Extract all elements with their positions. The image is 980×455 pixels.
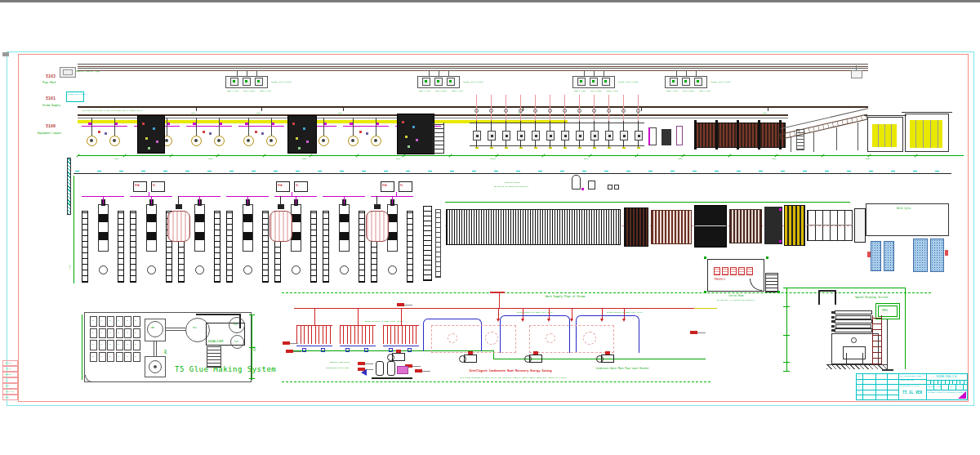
plan-column-block: [243, 232, 252, 240]
cluster-caption: Steam Valve Group: [271, 81, 292, 83]
plan-cyan-tick: [75, 171, 79, 172]
glue-kcn1-circle: [229, 317, 245, 333]
train-box-dot: [564, 135, 567, 137]
ghost-frame: [529, 325, 614, 353]
plan-cyan-tick: [274, 171, 278, 172]
comb-teeth: [296, 326, 332, 344]
glue-cell-glyph: 8: [118, 355, 118, 358]
tb-row-char: G: [950, 381, 951, 383]
cluster-sublabel: DN25 0.4MPa: [699, 90, 710, 91]
chip-leader: [412, 366, 421, 367]
speed-circle: [851, 337, 857, 343]
red-chip: [358, 362, 365, 365]
rack-end-fixture-inner: [63, 69, 73, 75]
cluster-sublabel: DN40 0.8MPa: [590, 90, 602, 91]
pump-circle: [459, 355, 466, 363]
comb-teeth: [340, 326, 376, 344]
plan-boundary: [74, 173, 951, 174]
plan-dim-left-bot: 5200: [69, 265, 71, 270]
plan-small-box: [608, 185, 612, 190]
cluster-sublabel: DN40 0.8MPa: [683, 90, 694, 91]
glue-thick-line: [196, 314, 241, 315]
tb-row-char: K: [961, 381, 962, 383]
enclosure-panel-line: [915, 120, 916, 148]
incline-post: [858, 123, 858, 150]
comb-pump: [302, 348, 306, 352]
glue-cell: [90, 352, 97, 363]
tb-row3-line: [941, 384, 942, 390]
title-block-scale-label: SCALE: [928, 386, 933, 387]
plan-cyan-tick: [516, 171, 520, 172]
plan-station-drop: [396, 192, 397, 196]
ghost-circle: [485, 332, 498, 345]
cluster-caption: Steam Valve Group: [463, 81, 483, 83]
plan-cyan-tick: [141, 171, 145, 172]
enclosure-panel-line: [891, 124, 892, 147]
plan-rail: [262, 211, 269, 283]
glue-cell: [124, 340, 131, 350]
station-dot: [209, 132, 212, 135]
tb-row3-line: [956, 384, 956, 390]
cluster-sublabel: DN25 0.4MPa: [419, 90, 430, 91]
train-box-dot: [623, 135, 626, 137]
plan-column: [194, 204, 205, 252]
tb-hline: [926, 380, 968, 381]
glue-cell: [133, 340, 140, 350]
tb-left-label: CH: [858, 386, 860, 388]
plan-station-label: RL: [296, 184, 299, 187]
station-dot: [366, 132, 368, 135]
glue-pump-hub: [154, 365, 157, 368]
glue-cell-glyph: 8: [109, 332, 110, 334]
pallet: [930, 239, 944, 272]
legend-row-text: 8 8 8: [5, 373, 11, 376]
dense-train: [694, 123, 786, 148]
steam-tee: [523, 107, 523, 111]
plan-block-6: [784, 205, 805, 246]
train-tick: [505, 147, 508, 149]
unit-blue-arrow: [361, 369, 367, 376]
plan-cyan-tick: [450, 171, 454, 172]
glue-cell-glyph: 8: [127, 319, 127, 322]
plan-column-block: [292, 214, 301, 222]
plan-block-1: [624, 207, 648, 247]
speed-table-leg: [862, 353, 863, 364]
train-circle: [563, 109, 567, 113]
station-post: [196, 118, 197, 136]
glue-cell: [133, 352, 140, 363]
glue-cell-glyph: 8: [127, 332, 127, 334]
machine-blob-detail: [408, 145, 410, 148]
train-tick: [475, 147, 479, 149]
train-tick: [608, 147, 611, 149]
plan-magenta-drop: [344, 196, 345, 204]
glue-dim-left: [82, 314, 82, 380]
glue-cell: [124, 316, 131, 327]
title-block-sheet-value: 1/1: [958, 386, 961, 387]
plan-green-line: [445, 202, 850, 203]
machine-blob-detail: [306, 141, 309, 143]
speed-tray: [835, 324, 871, 328]
title-block-sheet-label: SHT: [950, 386, 953, 387]
plan-tank-cap: [278, 204, 284, 209]
plan-cyan-tick: [340, 171, 344, 172]
red-chip: [286, 350, 293, 353]
plan-circle: [195, 265, 204, 274]
tb-hline: [856, 379, 926, 380]
pallet: [871, 241, 881, 271]
red-chip: [690, 331, 697, 334]
machine-blob: [137, 115, 165, 154]
station-post: [323, 118, 324, 136]
glue-dim-tick: [249, 378, 255, 379]
plan-circle: [292, 265, 301, 274]
plan-rail: [118, 211, 124, 283]
cluster-valve-dot: [697, 80, 699, 83]
train-tick: [578, 147, 581, 149]
pump-chip: [468, 351, 473, 355]
cluster-valve-dot: [604, 80, 607, 83]
unit-block: [397, 366, 408, 374]
speed-tray-flange: [831, 320, 835, 323]
plan-column-block: [195, 214, 204, 222]
tb-row-char: A: [928, 381, 929, 383]
comb-pump: [389, 348, 393, 352]
station-dot: [98, 131, 100, 133]
station-wheel-hub: [374, 139, 377, 142]
